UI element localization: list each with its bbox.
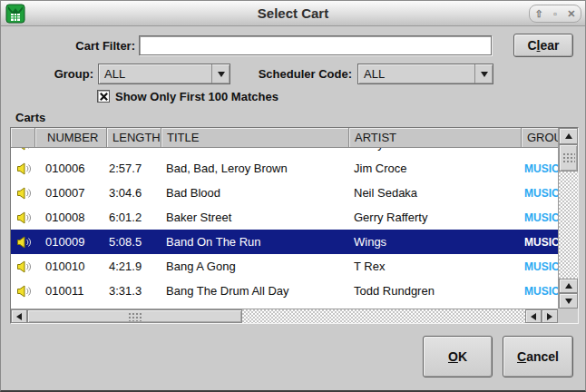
- column-header-title[interactable]: TITLE: [161, 128, 349, 148]
- cart-length: 3:31.3: [107, 284, 161, 298]
- table-row[interactable]: 010005 2:55.9 Backstabbers O'Jays MUSIC: [11, 148, 558, 156]
- cart-title: Bang A Gong: [161, 260, 349, 273]
- scroll-down-icon[interactable]: [559, 293, 578, 309]
- carts-section-label: Carts: [15, 111, 45, 124]
- window-controls: ⇧ ▫ ✕: [529, 5, 581, 23]
- cart-artist: T Rex: [349, 260, 522, 273]
- scroll-left-icon[interactable]: [525, 309, 542, 323]
- cart-artist: O'Jays: [349, 148, 522, 151]
- chevron-down-icon[interactable]: [474, 64, 493, 83]
- horizontal-scrollbar-thumb[interactable]: [27, 309, 242, 323]
- cart-number: 010007: [35, 186, 107, 200]
- speaker-icon: [16, 187, 31, 200]
- close-icon[interactable]: ✕: [567, 9, 575, 19]
- scroll-left-icon[interactable]: [11, 309, 27, 323]
- column-header-artist[interactable]: ARTIST: [349, 128, 522, 148]
- scroll-right-icon[interactable]: [542, 309, 558, 323]
- group-select[interactable]: ALL: [98, 64, 230, 84]
- carts-table-rows: 010005 2:55.9 Backstabbers O'Jays MUSIC …: [11, 148, 558, 309]
- cart-group: MUSIC: [522, 260, 558, 273]
- cart-length: 6:01.2: [107, 211, 161, 224]
- carts-table-main: NUMBER LENGTH TITLE ARTIST GROUP 010005 …: [11, 128, 558, 309]
- column-header-length[interactable]: LENGTH: [107, 128, 161, 148]
- carts-table: NUMBER LENGTH TITLE ARTIST GROUP 010005 …: [10, 127, 579, 324]
- cart-group: MUSIC: [522, 148, 558, 151]
- carts-table-viewport: 010005 2:55.9 Backstabbers O'Jays MUSIC …: [11, 148, 558, 309]
- scheduler-code-select[interactable]: ALL: [357, 64, 493, 84]
- cart-group: MUSIC: [522, 162, 558, 175]
- cart-filter-input[interactable]: [139, 35, 492, 55]
- cart-number: 010006: [35, 162, 107, 175]
- cart-title: Bad Blood: [161, 186, 349, 200]
- cancel-label-post: ancel: [526, 349, 559, 364]
- checkbox-x-icon: [99, 92, 109, 102]
- scroll-up-icon[interactable]: [559, 128, 578, 144]
- select-cart-dialog: Select Cart ⇧ ▫ ✕ Cart Filter: Clear Gro…: [0, 0, 586, 392]
- table-row[interactable]: 010010 4:21.9 Bang A Gong T Rex MUSIC: [11, 254, 558, 279]
- horizontal-scrollbar-track[interactable]: [242, 309, 525, 323]
- cart-title: Bang The Drum All Day: [161, 284, 349, 298]
- scrollbar-corner: [558, 309, 578, 323]
- show-only-first-100-label: Show Only First 100 Matches: [115, 90, 278, 103]
- column-header-icon[interactable]: [11, 128, 35, 148]
- cart-length: 3:04.6: [107, 186, 161, 200]
- table-row[interactable]: 010008 6:01.2 Baker Street Gerry Raffert…: [11, 205, 558, 230]
- clear-label-pre: C: [527, 38, 536, 53]
- cart-title: Bad, Bad, Leroy Brown: [161, 162, 349, 175]
- window-title: Select Cart: [1, 5, 585, 21]
- speaker-icon: [16, 148, 31, 151]
- vertical-scrollbar[interactable]: [558, 128, 578, 309]
- speaker-icon: [16, 236, 31, 249]
- column-header-number[interactable]: NUMBER: [35, 128, 107, 148]
- show-only-first-100-checkbox[interactable]: [97, 90, 110, 103]
- vertical-scrollbar-track[interactable]: [559, 172, 578, 279]
- cart-artist: Gerry Rafferty: [349, 211, 522, 224]
- cart-title: Backstabbers: [161, 148, 349, 151]
- cart-group: MUSIC: [522, 236, 558, 249]
- cart-artist: Neil Sedaka: [349, 186, 522, 200]
- cart-number: 010005: [35, 148, 107, 151]
- cart-length: 5:08.5: [107, 235, 161, 249]
- cart-group: MUSIC: [522, 211, 558, 224]
- cart-number: 010011: [35, 284, 107, 298]
- ok-button[interactable]: OK: [423, 336, 493, 377]
- table-row-selected[interactable]: 010009 5:08.5 Band On The Run Wings MUSI…: [11, 230, 558, 254]
- table-row[interactable]: 010011 3:31.3 Bang The Drum All Day Todd…: [11, 279, 558, 303]
- cart-length: 2:55.9: [107, 148, 161, 151]
- group-select-value: ALL: [99, 67, 211, 81]
- cart-length: 4:21.9: [107, 260, 161, 273]
- cart-title: Baker Street: [161, 211, 349, 224]
- cart-group: MUSIC: [522, 187, 558, 200]
- cancel-button[interactable]: Cancel: [503, 336, 573, 377]
- vertical-scrollbar-thumb[interactable]: [559, 144, 578, 172]
- horizontal-scrollbar[interactable]: [11, 309, 558, 323]
- cart-number: 010009: [35, 235, 107, 249]
- ok-label-post: K: [458, 349, 467, 364]
- cart-artist: Jim Croce: [349, 162, 522, 175]
- cart-artist: Todd Rundgren: [349, 284, 522, 298]
- clear-label-post: ear: [540, 38, 559, 53]
- cart-title: Band On The Run: [161, 235, 349, 249]
- ok-label-key: O: [448, 349, 458, 364]
- carts-table-header: NUMBER LENGTH TITLE ARTIST GROUP: [11, 128, 558, 148]
- cart-group: MUSIC: [522, 285, 558, 298]
- cart-artist: Wings: [349, 235, 522, 249]
- cancel-label-key: C: [517, 349, 526, 364]
- cart-length: 2:57.7: [107, 162, 161, 175]
- table-row[interactable]: 010012 2:54.7 Big Shot Billy Joel MUSIC: [11, 303, 558, 309]
- column-header-group[interactable]: GROUP: [522, 128, 558, 148]
- titlebar[interactable]: Select Cart ⇧ ▫ ✕: [1, 1, 585, 26]
- group-label: Group:: [1, 67, 93, 81]
- table-row[interactable]: 010006 2:57.7 Bad, Bad, Leroy Brown Jim …: [11, 156, 558, 181]
- shade-icon[interactable]: ⇧: [535, 9, 543, 19]
- clear-button[interactable]: Clear: [513, 34, 573, 57]
- scroll-up-icon[interactable]: [559, 279, 578, 293]
- table-row[interactable]: 010007 3:04.6 Bad Blood Neil Sedaka MUSI…: [11, 181, 558, 205]
- speaker-icon: [16, 211, 31, 224]
- maximize-icon[interactable]: ▫: [553, 9, 557, 19]
- speaker-icon: [16, 162, 31, 175]
- cart-number: 010008: [35, 211, 107, 224]
- cart-filter-label: Cart Filter:: [1, 39, 135, 53]
- dialog-body: Cart Filter: Clear Group: ALL Scheduler …: [1, 26, 585, 390]
- scheduler-code-label: Scheduler Code:: [219, 67, 352, 81]
